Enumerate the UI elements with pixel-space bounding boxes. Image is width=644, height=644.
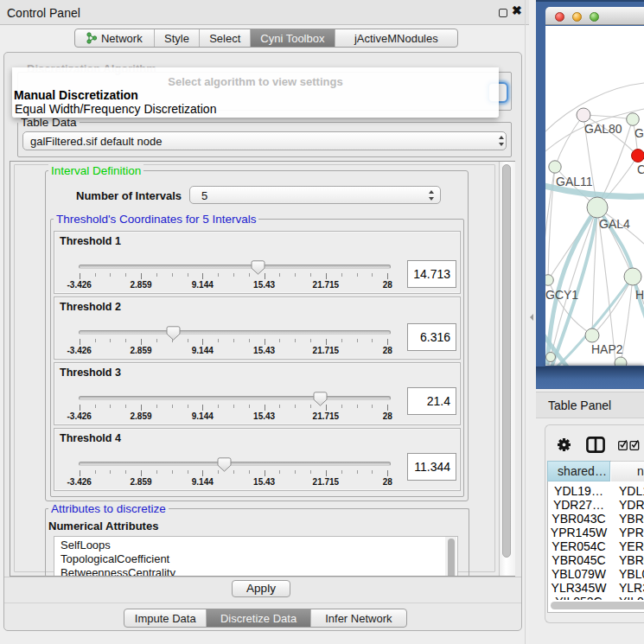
svg-text:GA: GA	[634, 126, 644, 140]
svg-text:H: H	[635, 288, 644, 302]
svg-text:HAP2: HAP2	[591, 342, 623, 356]
svg-text:GAL4: GAL4	[599, 217, 630, 231]
svg-text:C: C	[637, 163, 644, 176]
svg-text:GAL80: GAL80	[584, 122, 622, 136]
svg-text:GAL11: GAL11	[556, 175, 593, 188]
svg-text:GCY1: GCY1	[545, 288, 578, 302]
